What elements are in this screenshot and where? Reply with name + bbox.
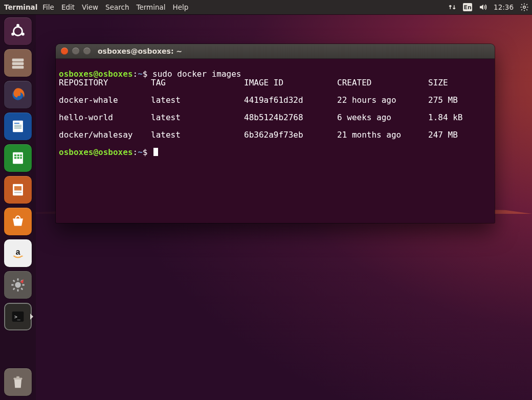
amazon-icon[interactable]: a <box>4 239 32 267</box>
system-settings-icon[interactable] <box>4 271 32 299</box>
cell-repository: docker-whale <box>59 96 151 104</box>
unity-launcher: a >_ <box>0 14 36 400</box>
prompt-cwd: ~ <box>138 69 143 79</box>
top-panel: Terminal File Edit View Search Terminal … <box>0 0 532 14</box>
svg-rect-15 <box>14 154 16 157</box>
menu-terminal-2[interactable]: Help <box>173 3 189 11</box>
svg-rect-22 <box>14 186 21 191</box>
active-app-name: Terminal <box>4 3 37 11</box>
system-tray: En 12:36 <box>448 3 529 12</box>
svg-point-3 <box>21 33 25 36</box>
svg-rect-20 <box>20 157 22 159</box>
svg-rect-12 <box>14 126 21 127</box>
col-created: CREATED <box>337 78 428 87</box>
menu-file[interactable]: Edit <box>61 3 75 11</box>
col-image-id: IMAGE ID <box>244 78 337 87</box>
cell-tag: latest <box>151 130 244 139</box>
terminal-icon[interactable]: >_ <box>4 303 32 330</box>
table-row: docker-whalelatest4419af61d32d22 hours a… <box>59 96 492 104</box>
ubuntu-software-icon[interactable] <box>4 208 32 235</box>
cell-image-id: 4419af61d32d <box>244 96 337 104</box>
svg-rect-5 <box>12 59 24 62</box>
terminal-output[interactable]: osboxes@osboxes:~$ sudo docker images RE… <box>56 59 495 168</box>
cell-created: 22 hours ago <box>337 96 428 104</box>
terminal-window: osboxes@osboxes: ~ osboxes@osboxes:~$ su… <box>56 44 495 223</box>
svg-text:>_: >_ <box>14 314 20 320</box>
session-gear-icon[interactable] <box>520 3 529 12</box>
prompt-cwd: ~ <box>138 147 143 157</box>
prompt-host: osboxes <box>98 147 132 157</box>
svg-point-4 <box>11 33 14 36</box>
table-row: hello-worldlatest48b5124b27686 weeks ago… <box>59 113 492 122</box>
cell-repository: hello-world <box>59 113 151 122</box>
trash-icon[interactable] <box>4 368 32 396</box>
table-header-row: REPOSITORYTAGIMAGE IDCREATEDSIZE <box>59 78 492 87</box>
menu-edit[interactable]: View <box>82 3 98 11</box>
svg-point-25 <box>15 282 20 287</box>
prompt-symbol: $ <box>143 69 148 79</box>
prompt-symbol: $ <box>143 147 148 157</box>
libreoffice-calc-icon[interactable] <box>4 144 32 172</box>
cell-tag: latest <box>151 113 244 122</box>
menu-terminal[interactable]: File <box>42 3 54 11</box>
firefox-icon[interactable] <box>4 81 32 108</box>
svg-rect-10 <box>14 123 19 124</box>
clock[interactable]: 12:36 <box>494 3 514 11</box>
col-tag: TAG <box>151 78 244 87</box>
svg-rect-11 <box>14 125 21 125</box>
svg-rect-16 <box>17 154 19 157</box>
table-row: docker/whalesaylatest6b362a9f73eb21 mont… <box>59 130 492 139</box>
prompt-colon: : <box>133 147 138 157</box>
window-close-button[interactable] <box>61 48 68 55</box>
terminal-command: sudo docker images <box>152 69 241 79</box>
svg-rect-29 <box>16 376 19 379</box>
svg-rect-23 <box>14 192 21 193</box>
cell-image-id: 48b5124b2768 <box>244 113 337 122</box>
svg-point-1 <box>14 27 23 36</box>
window-title: osboxes@osboxes: ~ <box>98 47 182 55</box>
network-icon[interactable] <box>448 3 457 12</box>
cell-size: 247 MB <box>428 130 490 139</box>
terminal-prompt: osboxes@osboxes:~$ <box>59 147 147 157</box>
svg-rect-7 <box>12 66 24 69</box>
cell-created: 6 weeks ago <box>337 113 428 122</box>
menu-search[interactable]: Terminal <box>136 3 165 11</box>
col-size: SIZE <box>428 78 490 87</box>
libreoffice-writer-icon[interactable] <box>4 113 32 140</box>
svg-point-0 <box>523 6 526 9</box>
cell-size: 1.84 kB <box>428 113 490 122</box>
svg-rect-17 <box>20 154 22 157</box>
svg-rect-6 <box>12 62 24 65</box>
cell-size: 275 MB <box>428 96 490 104</box>
window-minimize-button[interactable] <box>72 48 79 55</box>
keyboard-language-indicator[interactable]: En <box>463 3 472 11</box>
ubuntu-dash-icon[interactable] <box>4 17 32 45</box>
files-icon[interactable] <box>4 49 32 77</box>
svg-rect-13 <box>14 128 21 128</box>
svg-rect-19 <box>17 157 19 159</box>
window-titlebar[interactable]: osboxes@osboxes: ~ <box>56 44 495 59</box>
cell-tag: latest <box>151 96 244 104</box>
sound-icon[interactable] <box>478 3 487 12</box>
terminal-cursor <box>153 148 158 156</box>
svg-rect-18 <box>14 157 16 159</box>
col-repository: REPOSITORY <box>59 78 151 87</box>
cell-image-id: 6b362a9f73eb <box>244 130 337 139</box>
svg-text:a: a <box>16 248 20 256</box>
prompt-user: osboxes <box>59 147 93 157</box>
libreoffice-impress-icon[interactable] <box>4 176 32 204</box>
prompt-colon: : <box>133 69 138 79</box>
window-maximize-button[interactable] <box>83 48 91 55</box>
cell-repository: docker/whalesay <box>59 130 151 139</box>
cell-created: 21 months ago <box>337 130 428 139</box>
svg-point-2 <box>16 24 19 27</box>
menu-view[interactable]: Search <box>105 3 129 11</box>
prompt-at: @ <box>93 147 98 157</box>
